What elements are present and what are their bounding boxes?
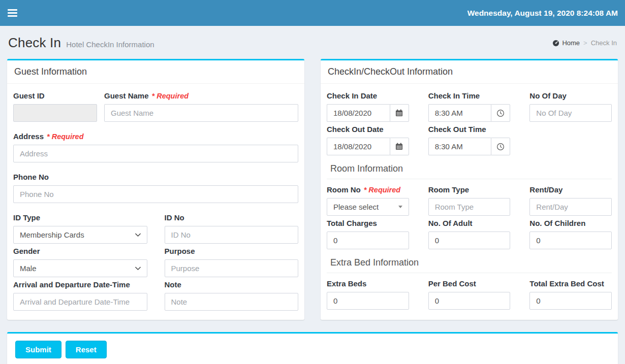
guest-id-input — [13, 104, 97, 122]
id-type-value: Membership Cards — [20, 230, 84, 239]
note-label: Note — [165, 280, 299, 289]
dashboard-icon — [552, 40, 559, 47]
purpose-label: Purpose — [165, 247, 299, 255]
gender-select[interactable]: Male — [13, 259, 147, 277]
per-bed-cost-field: Per Bed Cost — [428, 279, 511, 310]
chevron-down-icon — [135, 267, 141, 271]
guest-id-label: Guest ID — [13, 91, 97, 100]
page-title: Check In — [8, 35, 61, 51]
id-type-label: ID Type — [13, 213, 147, 222]
phone-no-field: Phone No — [13, 173, 298, 203]
extra-beds-label: Extra Beds — [327, 279, 409, 288]
check-out-date-input[interactable] — [327, 138, 390, 155]
phone-no-label: Phone No — [13, 173, 298, 181]
no-of-children-field: No. Of Children — [529, 219, 612, 249]
check-in-date-label: Check In Date — [327, 91, 409, 100]
id-no-field: ID No — [165, 213, 299, 244]
rent-day-field: Rent/Day — [529, 185, 612, 216]
arrival-departure-label: Arrival and Departure Date-Time — [13, 280, 147, 289]
guest-name-field: Guest Name* Required — [104, 91, 298, 122]
arrival-departure-field: Arrival and Departure Date-Time — [13, 280, 147, 311]
no-of-children-label: No. Of Children — [529, 219, 612, 227]
check-in-date-field: Check In Date — [327, 91, 409, 122]
breadcrumb-separator: > — [583, 39, 587, 47]
submit-button[interactable]: Submit — [15, 341, 61, 358]
check-out-time-input[interactable] — [428, 138, 491, 155]
no-of-day-input[interactable] — [529, 104, 612, 122]
reset-button[interactable]: Reset — [66, 341, 107, 358]
room-no-select[interactable]: Please select — [327, 198, 409, 216]
room-type-input[interactable] — [428, 198, 511, 216]
calendar-icon[interactable] — [390, 138, 409, 155]
total-extra-bed-cost-input[interactable] — [529, 292, 612, 310]
total-charges-field: Total Charges — [327, 219, 409, 249]
check-in-time-label: Check In Time — [428, 91, 511, 100]
gender-value: Male — [20, 264, 37, 273]
arrival-departure-input[interactable] — [13, 293, 147, 311]
page-subtitle: Hotel CheckIn Information — [66, 40, 154, 49]
address-label: Address — [13, 132, 44, 141]
note-field: Note — [165, 280, 299, 311]
room-no-value: Please select — [333, 203, 379, 211]
breadcrumb-home-link[interactable]: Home — [552, 39, 580, 47]
breadcrumb-home-label: Home — [562, 39, 580, 47]
check-out-date-field: Check Out Date — [327, 125, 409, 155]
no-of-day-field: No Of Day — [529, 91, 612, 122]
room-type-field: Room Type — [428, 185, 511, 216]
address-field: Address* Required — [13, 132, 298, 162]
room-information-heading: Room Information — [327, 163, 612, 179]
note-input[interactable] — [165, 293, 299, 311]
total-charges-input[interactable] — [327, 231, 409, 249]
guest-information-panel: Guest Information Guest ID Guest Name* R… — [7, 59, 304, 320]
clock-icon[interactable] — [491, 104, 510, 122]
guest-panel-title: Guest Information — [7, 60, 304, 84]
room-no-field: Room No* Required Please select — [327, 185, 409, 216]
topbar-datetime: Wednesday, August 19, 2020 8:24:08 AM — [467, 9, 618, 18]
required-marker: * Required — [47, 133, 84, 141]
purpose-input[interactable] — [165, 259, 299, 277]
page-header: Check In Hotel CheckIn Information Home … — [8, 35, 617, 51]
check-out-time-label: Check Out Time — [428, 125, 511, 134]
breadcrumb: Home > Check In — [552, 39, 617, 47]
id-type-field: ID Type Membership Cards — [13, 213, 147, 244]
action-bar: Submit Reset — [7, 332, 618, 364]
address-input[interactable] — [13, 145, 298, 162]
id-no-input[interactable] — [165, 226, 299, 244]
total-extra-bed-cost-label: Total Extra Bed Cost — [529, 279, 612, 288]
no-of-adult-input[interactable] — [428, 231, 511, 249]
hamburger-menu-icon[interactable] — [0, 0, 24, 26]
room-type-label: Room Type — [428, 185, 511, 194]
no-of-children-input[interactable] — [529, 231, 612, 249]
no-of-adult-label: No. Of Adult — [428, 219, 511, 227]
breadcrumb-current: Check In — [591, 39, 617, 47]
required-marker: * Required — [364, 186, 401, 194]
rent-day-input[interactable] — [529, 198, 612, 216]
guest-id-field: Guest ID — [13, 91, 97, 122]
total-charges-label: Total Charges — [327, 219, 409, 227]
caret-down-icon — [398, 206, 402, 208]
guest-name-label: Guest Name — [104, 91, 149, 100]
check-in-date-input[interactable] — [327, 104, 390, 122]
topbar: Wednesday, August 19, 2020 8:24:08 AM — [0, 0, 625, 26]
checkin-checkout-panel: CheckIn/CheckOut Information Check In Da… — [321, 59, 618, 320]
required-marker: * Required — [152, 92, 189, 100]
total-extra-bed-cost-field: Total Extra Bed Cost — [529, 279, 612, 310]
no-of-day-label: No Of Day — [529, 91, 612, 100]
check-in-time-input[interactable] — [428, 104, 491, 122]
per-bed-cost-input[interactable] — [428, 292, 511, 310]
rent-day-label: Rent/Day — [529, 185, 612, 194]
check-out-date-label: Check Out Date — [327, 125, 409, 134]
id-type-select[interactable]: Membership Cards — [13, 226, 147, 244]
extra-bed-information-heading: Extra Bed Information — [327, 257, 612, 273]
phone-no-input[interactable] — [13, 185, 298, 203]
extra-beds-field: Extra Beds — [327, 279, 409, 310]
clock-icon[interactable] — [491, 138, 510, 155]
checkio-panel-title: CheckIn/CheckOut Information — [321, 60, 618, 84]
calendar-icon[interactable] — [390, 104, 409, 122]
gender-field: Gender Male — [13, 247, 147, 277]
no-of-adult-field: No. Of Adult — [428, 219, 511, 249]
id-no-label: ID No — [165, 213, 299, 222]
room-no-label: Room No — [327, 185, 361, 194]
guest-name-input[interactable] — [104, 104, 298, 122]
extra-beds-input[interactable] — [327, 292, 409, 310]
